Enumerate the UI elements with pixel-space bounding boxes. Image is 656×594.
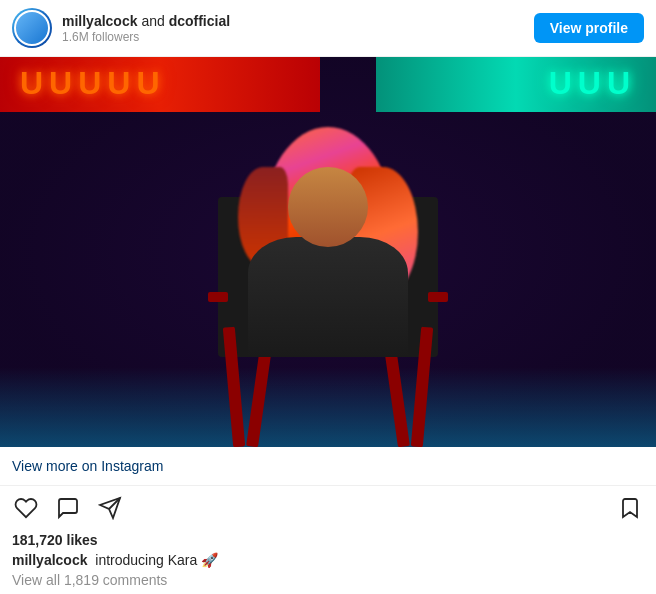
bookmark-icon[interactable]: [616, 494, 644, 522]
view-more-link[interactable]: View more on Instagram: [12, 458, 163, 474]
image-scene: UUUUU UUU: [0, 57, 656, 447]
username2[interactable]: dcofficial: [169, 13, 230, 29]
username1[interactable]: millyalcock: [62, 13, 138, 29]
chair-leg-left2: [246, 347, 272, 447]
chair-arm-left: [208, 292, 228, 302]
neon-letters-teal: UUU: [549, 65, 636, 102]
actions-bar: [0, 486, 656, 530]
and-text: and: [138, 13, 169, 29]
header-left: millyalcock and dcofficial 1.6M follower…: [12, 8, 230, 48]
account-info: millyalcock and dcofficial 1.6M follower…: [62, 12, 230, 44]
head: [288, 167, 368, 247]
caption: millyalcock introducing Kara 🚀: [12, 552, 644, 568]
post-header: millyalcock and dcofficial 1.6M follower…: [0, 0, 656, 57]
post-image: UUUUU UUU: [0, 57, 656, 447]
heart-icon[interactable]: [12, 494, 40, 522]
comment-icon[interactable]: [54, 494, 82, 522]
actions-left: [12, 494, 124, 522]
chair-leg-right2: [384, 347, 410, 447]
account-names: millyalcock and dcofficial: [62, 12, 230, 30]
view-comments-link[interactable]: View all 1,819 comments: [12, 572, 644, 588]
share-icon[interactable]: [96, 494, 124, 522]
post-content: 181,720 likes millyalcock introducing Ka…: [0, 530, 656, 592]
likes-count: 181,720 likes: [12, 532, 644, 548]
followers-count: 1.6M followers: [62, 30, 230, 44]
body-jacket: [248, 237, 408, 357]
neon-letters-red: UUUUU: [20, 65, 166, 102]
avatar-image: [14, 10, 50, 46]
view-profile-button[interactable]: View profile: [534, 13, 644, 43]
caption-username[interactable]: millyalcock: [12, 552, 88, 568]
chair-arm-right: [428, 292, 448, 302]
person-figure: [228, 127, 428, 357]
view-more-section: View more on Instagram: [0, 447, 656, 486]
caption-body: introducing Kara 🚀: [95, 552, 218, 568]
avatar[interactable]: [12, 8, 52, 48]
